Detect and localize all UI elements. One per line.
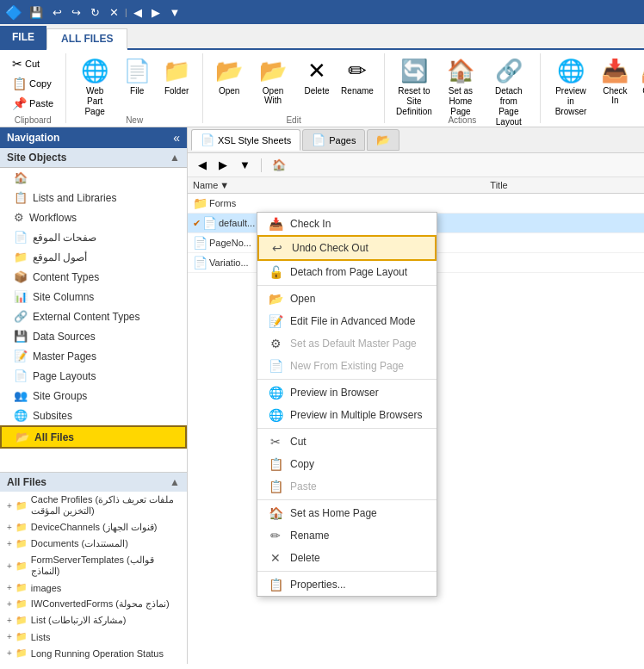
list-item[interactable]: + 📁 List (مشاركة الارتباطات) [0, 612, 187, 629]
open-with-button[interactable]: 📂 Open With [250, 53, 296, 114]
nav-data-sources[interactable]: 💾 Data Sources [0, 326, 187, 346]
context-open[interactable]: 📂 Open [257, 288, 437, 310]
new-buttons: 🌐 Web Part Page 📄 File 📁 Folder [73, 53, 195, 114]
nav-site-assets-ar[interactable]: 📁 أصول الموقع [0, 247, 187, 267]
reset-site-button[interactable]: 🔄 Reset to Site Definition [392, 53, 437, 114]
preview-multi-icon: 🌐 [268, 408, 283, 422]
dropdown-btn[interactable]: ▼ [166, 4, 184, 21]
preview-ctx-icon: 🌐 [268, 386, 283, 400]
table-row[interactable]: 📁 Forms [188, 194, 644, 214]
save-btn[interactable]: 💾 [26, 4, 46, 21]
nav-master-pages[interactable]: 📝 Master Pages [0, 346, 187, 366]
redo-btn[interactable]: ↪ [68, 4, 84, 21]
rename-button[interactable]: ✏ Rename [337, 53, 377, 114]
nav-content-types[interactable]: 📦 Content Types [0, 267, 187, 287]
left-nav: Navigation « Site Objects ▲ 🏠 📋 Lists an… [0, 127, 188, 664]
list-item[interactable]: + 📁 Documents (المستندات) [0, 536, 187, 552]
nav-home[interactable]: 🏠 [0, 168, 187, 188]
nav-collapse-btn[interactable]: « [173, 131, 180, 145]
undo-btn[interactable]: ↩ [49, 4, 65, 21]
context-detach[interactable]: 🔓 Detach from Page Layout [257, 261, 437, 283]
tab-file[interactable]: FILE [0, 26, 46, 48]
nav-site-groups[interactable]: 👥 Site Groups [0, 386, 187, 406]
nav-lists-libraries[interactable]: 📋 Lists and Libraries [0, 188, 187, 208]
forward-toolbar-btn[interactable]: ▶ [214, 156, 232, 174]
expand-icon[interactable]: + [7, 561, 12, 571]
rename-ctx-icon: ✏ [268, 529, 283, 542]
name-column-header[interactable]: Name ▼ [193, 180, 490, 190]
context-preview-multiple[interactable]: 🌐 Preview in Multiple Browsers [257, 404, 437, 426]
context-edit-advanced[interactable]: 📝 Edit File in Advanced Mode [257, 310, 437, 332]
context-undo-checkout[interactable]: ↩ Undo Check Out [257, 235, 437, 261]
list-item[interactable]: + 📁 Notification Pages (قائمة الإعلامات) [0, 661, 187, 664]
expand-icon[interactable]: + [7, 539, 12, 548]
expand-icon[interactable]: + [7, 632, 12, 641]
cut-button[interactable]: ✂Cut [7, 54, 59, 73]
copy-button[interactable]: 📋Copy [7, 74, 59, 93]
tab-pages[interactable]: 📄 Pages [302, 129, 365, 151]
set-homepage-button[interactable]: 🏠 Set as Home Page [438, 53, 483, 114]
context-check-in[interactable]: 📥 Check In [257, 213, 437, 235]
list-item[interactable]: + 📁 IWConvertedForms (نماذج محولة) [0, 596, 187, 612]
check-out-button[interactable]: 📤 Check Out [635, 53, 644, 114]
context-copy[interactable]: 📋 Copy [257, 453, 437, 475]
expand-icon[interactable]: + [7, 599, 12, 609]
file-button[interactable]: 📄 File [118, 53, 156, 114]
file-row-icon: 📄 [202, 216, 217, 230]
context-cut[interactable]: ✂ Cut [257, 431, 437, 453]
context-properties[interactable]: 📋 Properties... [257, 573, 437, 596]
folder-icon: 📁 [163, 58, 190, 84]
list-item[interactable]: + 📁 images [0, 579, 187, 596]
tab-folder[interactable]: 📂 [367, 129, 399, 151]
list-item[interactable]: + 📁 FormServerTemplates (قوالب النماذج) [0, 552, 187, 579]
detach-button[interactable]: 🔗 Detach from Page Layout [485, 53, 533, 114]
nav-site-pages-ar[interactable]: 📄 صفحات الموقع [0, 227, 187, 247]
expand-icon[interactable]: + [7, 523, 12, 532]
home-toolbar-btn[interactable]: 🏠 [267, 156, 291, 174]
context-preview-browser[interactable]: 🌐 Preview in Browser [257, 381, 437, 404]
nav-workflows[interactable]: ⚙ Workflows [0, 208, 187, 227]
pages-tab-icon: 📄 [312, 133, 325, 146]
expand-icon[interactable]: + [7, 501, 12, 511]
list-item[interactable]: + 📁 DeviceChannels (قنوات الجهاز) [0, 519, 187, 536]
ribbon-group-new: 🌐 Web Part Page 📄 File 📁 Folder New [66, 53, 203, 123]
nav-external-content[interactable]: 🔗 External Content Types [0, 307, 187, 326]
delete-button[interactable]: ✕ Delete [298, 53, 336, 114]
list-item[interactable]: + 📁 Long Running Operation Status [0, 645, 187, 661]
back-toolbar-btn[interactable]: ◀ [193, 156, 212, 174]
expand-icon[interactable]: + [7, 583, 12, 592]
nav-all-files[interactable]: 📂 All Files [0, 425, 187, 449]
preview-browser-button[interactable]: 🌐 Preview in Browser [548, 53, 595, 114]
context-rename[interactable]: ✏ Rename [257, 524, 437, 547]
folder-list-icon: 📁 [15, 522, 28, 533]
delete-ctx-icon: ✕ [268, 551, 283, 565]
undo-checkout-icon: ↩ [269, 241, 285, 255]
dropdown-toolbar-btn[interactable]: ▼ [234, 156, 256, 174]
nav-site-columns[interactable]: 📊 Site Columns [0, 287, 187, 307]
site-objects-collapse-btn[interactable]: ▲ [170, 152, 180, 164]
edit-buttons: 📂 Open 📂 Open With ✕ Delete ✏ Rename [210, 53, 377, 114]
folder-list-icon: 📁 [15, 647, 28, 659]
expand-icon[interactable]: + [7, 648, 12, 658]
nav-subsites[interactable]: 🌐 Subsites [0, 406, 187, 425]
edit-label: Edit [286, 115, 300, 125]
nav-page-layouts[interactable]: 📄 Page Layouts [0, 366, 187, 386]
context-set-homepage[interactable]: 🏠 Set as Home Page [257, 502, 437, 524]
open-button[interactable]: 📂 Open [210, 53, 248, 114]
web-part-page-button[interactable]: 🌐 Web Part Page [73, 53, 116, 114]
nav-back-btn[interactable]: ◀ [130, 4, 146, 21]
tab-xsl-style-sheets[interactable]: 📄 XSL Style Sheets [191, 129, 300, 151]
paste-button[interactable]: 📌Paste [7, 94, 59, 113]
context-delete[interactable]: ✕ Delete [257, 547, 437, 569]
list-item[interactable]: + 📁 Cache Profiles (ملفات تعريف ذاكرة ال… [0, 492, 187, 519]
nav-forward-btn[interactable]: ▶ [148, 4, 164, 21]
delete-icon: ✕ [307, 58, 326, 84]
refresh-btn[interactable]: ↻ [87, 4, 103, 21]
all-files-collapse-btn[interactable]: ▲ [170, 476, 180, 488]
expand-icon[interactable]: + [7, 616, 12, 625]
check-in-button[interactable]: 📥 Check In [596, 53, 634, 114]
list-item[interactable]: + 📁 Lists [0, 629, 187, 645]
tab-all-files[interactable]: ALL FILES [46, 28, 127, 50]
stop-btn[interactable]: ✕ [106, 4, 122, 21]
folder-button[interactable]: 📁 Folder [158, 53, 195, 114]
